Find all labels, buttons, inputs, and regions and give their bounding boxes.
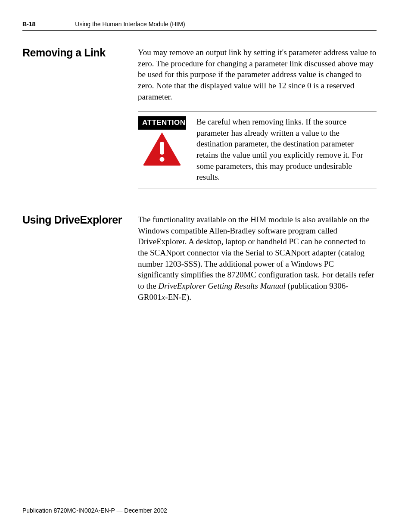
- para-post: -EN-E).: [165, 292, 191, 302]
- svg-rect-0: [160, 142, 164, 155]
- footer-publication: Publication 8720MC-IN002A-EN-P — Decembe…: [22, 507, 167, 514]
- running-header: B-18 Using the Human Interface Module (H…: [22, 21, 377, 28]
- section-removing-link: Removing a Link You may remove an output…: [22, 47, 377, 200]
- section-driveexplorer: Using DriveExplorer The functionality av…: [22, 214, 377, 312]
- heading-removing-link: Removing a Link: [22, 47, 138, 200]
- page: B-18 Using the Human Interface Module (H…: [0, 0, 411, 532]
- attention-callout: ATTENTION Be careful when removing links…: [138, 112, 377, 189]
- warning-triangle-icon: [142, 131, 182, 166]
- attention-badge: ATTENTION: [138, 116, 186, 130]
- para-removing-link: You may remove an output link by setting…: [138, 47, 377, 102]
- para-driveexplorer: The functionality available on the HIM m…: [138, 214, 377, 302]
- callout-text: Be careful when removing links. If the s…: [196, 116, 377, 183]
- callout-badge-column: ATTENTION: [138, 116, 186, 183]
- body-removing-link: You may remove an output link by setting…: [138, 47, 377, 200]
- svg-point-1: [159, 157, 164, 162]
- header-rule: [22, 30, 377, 31]
- manual-title-italic: DriveExplorer Getting Results Manual: [159, 281, 286, 290]
- body-driveexplorer: The functionality available on the HIM m…: [138, 214, 377, 312]
- para-pre: The functionality available on the HIM m…: [138, 215, 374, 290]
- header-page-number: B-18: [22, 21, 35, 28]
- heading-driveexplorer: Using DriveExplorer: [22, 214, 138, 312]
- header-title: Using the Human Interface Module (HIM): [75, 21, 185, 28]
